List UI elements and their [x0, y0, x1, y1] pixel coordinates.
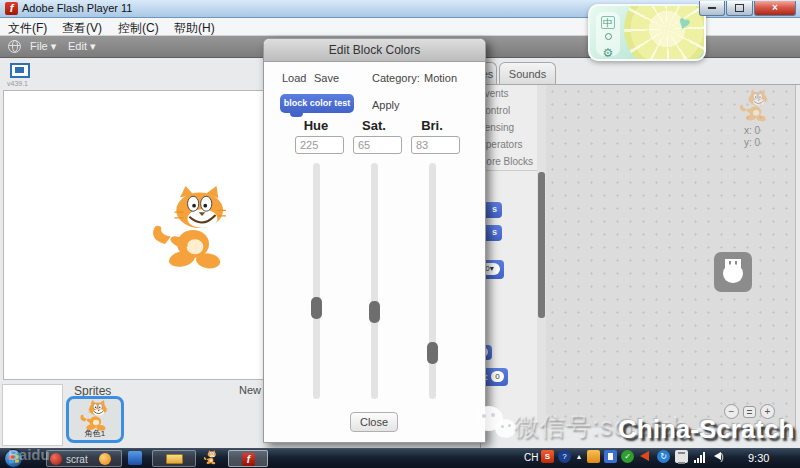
desktop-screen: f Adobe Flash Player 11 × 文件(F) 查看(V) 控制…: [0, 0, 800, 468]
minimize-icon: [708, 7, 716, 9]
tray-clock[interactable]: 9:30: [748, 452, 769, 464]
chevron-down-icon: ▾: [51, 40, 57, 52]
tray-volume-icon[interactable]: ): [712, 450, 725, 463]
chevron-down-icon: ▾: [90, 40, 96, 52]
stage-thumbnail-area[interactable]: [2, 384, 63, 446]
sat-header: Sat.: [354, 118, 394, 133]
restore-button[interactable]: [726, 1, 753, 16]
edit-dropdown[interactable]: Edit ▾: [68, 40, 96, 53]
dialog-titlebar[interactable]: Edit Block Colors: [264, 39, 485, 62]
tray-safety-check-icon[interactable]: ✓: [621, 450, 634, 463]
scratch-cat-sprite[interactable]: [147, 186, 243, 272]
taskbar-explorer-button[interactable]: [152, 450, 196, 467]
tray-show-hidden-icon[interactable]: ▴: [574, 450, 584, 463]
tray-sogou-icon[interactable]: S: [541, 450, 554, 463]
taskbar-app-label: scrat: [66, 454, 88, 465]
bri-header: Bri.: [412, 118, 452, 133]
window-title: Adobe Flash Player 11: [22, 2, 132, 14]
mouse-icon: [714, 252, 752, 292]
load-button[interactable]: Load: [282, 72, 306, 84]
sprite-x-readout: x: 0: [744, 125, 760, 136]
dropdown-arrow-icon: ▾: [490, 264, 494, 273]
sat-input[interactable]: [353, 136, 402, 154]
dialog-close-button[interactable]: Close: [350, 412, 398, 432]
folder-icon: [166, 454, 183, 464]
app-icon: [99, 453, 111, 465]
palette-scrollbar-thumb[interactable]: [538, 172, 545, 318]
taskbar-app-browser[interactable]: scrat: [46, 450, 122, 467]
category-more-blocks[interactable]: More Blocks: [478, 156, 533, 167]
sprite-y-readout: y: 0: [744, 137, 760, 148]
y-input[interactable]: 0: [491, 371, 504, 382]
hue-header: Hue: [296, 118, 336, 133]
hue-input[interactable]: [295, 136, 344, 154]
tray-sync-icon[interactable]: ↻: [657, 450, 670, 463]
flash-app-icon: f: [5, 2, 18, 15]
ime-settings-gear-icon[interactable]: ⚙: [603, 46, 614, 60]
ime-skin-widget[interactable]: ♥ 中 ⚙: [588, 4, 706, 61]
menu-file[interactable]: 文件(F): [8, 20, 47, 37]
tray-clipboard-icon[interactable]: [675, 450, 688, 463]
tray-usb-icon[interactable]: [604, 450, 617, 463]
category-value[interactable]: Motion: [424, 72, 457, 84]
sat-slider-track[interactable]: [371, 163, 378, 399]
menu-help[interactable]: 帮助(H): [174, 20, 215, 37]
ime-status-bar[interactable]: 中 ⚙: [596, 12, 620, 56]
file-dropdown[interactable]: File ▾: [30, 40, 56, 53]
taskbar-app-blue-icon[interactable]: [128, 451, 142, 465]
tray-language-indicator[interactable]: CH: [524, 452, 538, 463]
bri-slider-thumb[interactable]: [427, 342, 438, 364]
tray-alert-icon[interactable]: [638, 450, 651, 463]
tray-network-icon[interactable]: [694, 452, 708, 463]
minimize-button[interactable]: [699, 1, 725, 16]
punctuation-icon[interactable]: [605, 33, 612, 40]
menu-view[interactable]: 查看(V): [62, 20, 102, 37]
flash-icon: f: [242, 453, 255, 466]
hue-slider-thumb[interactable]: [311, 297, 322, 319]
close-button[interactable]: ×: [754, 1, 796, 16]
sat-slider-thumb[interactable]: [369, 301, 380, 323]
tray-help-icon[interactable]: ?: [558, 450, 571, 463]
new-sprite-label[interactable]: New: [239, 384, 261, 396]
scripts-scrollbar-strip[interactable]: [795, 85, 800, 428]
hue-slider-track[interactable]: [313, 163, 320, 399]
block-preview[interactable]: block color test: [280, 94, 354, 113]
sprite-name: 角色1: [69, 428, 121, 439]
sprite-watermark-cat: [738, 87, 774, 125]
category-label: Category:: [372, 72, 420, 84]
app-icon: [50, 453, 62, 465]
ghost-text-watermark: Baidu: [8, 446, 50, 463]
taskbar-flash-button[interactable]: f: [228, 450, 268, 467]
restore-icon: [735, 4, 744, 12]
apply-button[interactable]: Apply: [372, 99, 400, 111]
save-button[interactable]: Save: [314, 72, 339, 84]
bri-input[interactable]: [411, 136, 460, 154]
close-icon: ×: [772, 2, 778, 13]
tab-sounds[interactable]: Sounds: [499, 62, 556, 84]
tray-security-icon[interactable]: [587, 450, 600, 463]
small-stage-layout-icon[interactable]: [10, 63, 30, 78]
scripts-area[interactable]: x: 0 y: 0: [546, 85, 795, 428]
china-scratch-watermark: China-Scratch: [618, 414, 794, 445]
sprite-thumbnail-selected[interactable]: 角色1: [66, 396, 124, 443]
palette-separator: [481, 170, 537, 171]
language-globe-icon[interactable]: [8, 40, 21, 53]
menu-control[interactable]: 控制(C): [118, 20, 159, 37]
version-label: v439.1: [7, 80, 28, 87]
edit-block-colors-dialog: Edit Block Colors Load Save Category: Mo…: [263, 38, 486, 443]
taskbar-scratch-cat-icon[interactable]: [203, 450, 219, 465]
chinese-mode-icon[interactable]: 中: [601, 16, 615, 29]
